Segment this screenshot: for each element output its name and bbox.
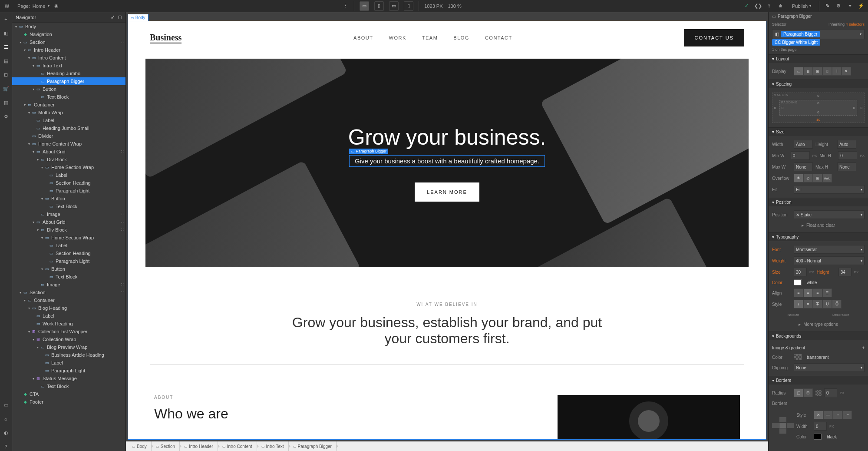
class-chip[interactable]: Paragraph Bigger: [781, 31, 820, 37]
tree-row[interactable]: ▭Work Heading: [12, 320, 125, 328]
minw-input[interactable]: [791, 151, 810, 160]
tree-pin-icon[interactable]: ∷: [121, 40, 124, 44]
breadcrumb-item[interactable]: ▭ Body: [128, 441, 152, 451]
settings-icon[interactable]: ⚙: [2, 112, 10, 121]
tree-row[interactable]: ▭Section Heading: [12, 249, 125, 257]
search-icon[interactable]: ⌕: [2, 415, 10, 423]
more-type-options[interactable]: ▸ More type options: [772, 319, 865, 329]
tree-pin-icon[interactable]: ∷: [121, 212, 124, 216]
minh-input[interactable]: [838, 151, 857, 160]
breadcrumb-item[interactable]: ▭ Intro Content: [218, 441, 257, 451]
class-combo-chip[interactable]: CC Bigger White Light: [772, 39, 820, 46]
tree-row[interactable]: ▭Text Block: [12, 93, 125, 101]
bg-color-swatch[interactable]: [794, 354, 802, 360]
tree-row[interactable]: ▭Text Block: [12, 202, 125, 210]
tree-row[interactable]: ▾▭Container: [12, 101, 125, 109]
cms-icon[interactable]: ⊞: [2, 70, 10, 79]
tree-row[interactable]: ▾▭Div Block∷: [12, 226, 125, 234]
canvas-body-label[interactable]: ▭ Body: [128, 14, 149, 21]
add-element-icon[interactable]: +: [2, 15, 10, 23]
radius-mode-buttons[interactable]: ▢⊞: [794, 388, 813, 397]
tree-row[interactable]: ▭Paragraph Light: [12, 257, 125, 265]
text-color-swatch[interactable]: [794, 279, 802, 285]
selector-field[interactable]: ◧ Paragraph Bigger ▾: [772, 29, 865, 39]
layout-section-head[interactable]: ▾ Layout: [769, 55, 868, 63]
brush-tab-icon[interactable]: ✎: [824, 3, 831, 10]
webflow-logo-icon[interactable]: W: [3, 2, 11, 10]
typography-section-head[interactable]: ▾ Typography: [769, 233, 868, 241]
border-side-selector[interactable]: [772, 417, 794, 434]
tree-row[interactable]: ▾▭Blog Heading: [12, 304, 125, 312]
tree-row[interactable]: ◆Navigation: [12, 30, 125, 38]
tree-row[interactable]: ▾⊞Collection Wrap: [12, 335, 125, 343]
breadcrumb-item[interactable]: ▭ Section: [152, 441, 180, 451]
tree-row[interactable]: ▾▭About Grid∷: [12, 148, 125, 156]
nav-link[interactable]: CONTACT: [485, 35, 512, 40]
tree-row[interactable]: ▾▭Container: [12, 296, 125, 304]
style-manager-tab-icon[interactable]: ✦: [846, 3, 853, 10]
interactions-tab-icon[interactable]: ⚡: [858, 3, 865, 10]
about-image[interactable]: [558, 395, 740, 440]
breadcrumb-item[interactable]: ▭ Intro Header: [180, 441, 218, 451]
desktop-view-button[interactable]: ▭: [360, 1, 369, 11]
position-section-head[interactable]: ▾ Position: [769, 198, 868, 206]
navigator-icon[interactable]: ☰: [2, 43, 10, 51]
tree-row[interactable]: ▭Image∷: [12, 281, 125, 289]
tablet-view-button[interactable]: ▯: [374, 1, 384, 11]
export-icon[interactable]: ⇪: [766, 3, 773, 10]
settings-tab-icon[interactable]: ⚙: [835, 3, 842, 10]
tree-row[interactable]: ▾⊞Collection List Wrapper: [12, 328, 125, 335]
radius-input[interactable]: [824, 388, 837, 397]
clip-select[interactable]: None▾: [794, 363, 865, 372]
height-input[interactable]: [837, 140, 856, 149]
breadcrumb-item[interactable]: ▭ Paragraph Bigger: [289, 441, 337, 451]
tree-row[interactable]: ▾▭Intro Content: [12, 54, 125, 62]
tree-pin-icon[interactable]: ∷: [121, 149, 124, 154]
tree-row[interactable]: ▭Label: [12, 242, 125, 249]
tree-row[interactable]: ▾▭Button: [12, 265, 125, 273]
help-icon[interactable]: ?: [2, 442, 10, 451]
tree-row[interactable]: ▭Text Block: [12, 273, 125, 281]
tree-row[interactable]: ▾▭Home Section Wrap: [12, 163, 125, 171]
width-input[interactable]: [794, 140, 813, 149]
audit-icon[interactable]: ◐: [2, 428, 10, 437]
overflow-buttons[interactable]: 👁⊘⊞Auto: [794, 174, 832, 182]
selected-element-outline[interactable]: ▭ Paragraph Bigger Give your business a …: [349, 155, 545, 167]
tree-row[interactable]: ▭Label: [12, 312, 125, 320]
maxw-input[interactable]: [794, 162, 813, 171]
position-select[interactable]: ✕ Static▾: [794, 210, 865, 219]
tree-pin-icon[interactable]: ∷: [121, 282, 124, 287]
tree-pin-icon[interactable]: ∷: [121, 220, 124, 224]
fit-select[interactable]: Fill▾: [794, 185, 865, 194]
tree-row[interactable]: ▭Divider: [12, 132, 125, 140]
tree-row[interactable]: ▾▭Home Content Wrap: [12, 140, 125, 148]
tree-row[interactable]: ▾▭Intro Header: [12, 46, 125, 54]
tree-row[interactable]: ▾▭Blog Preview Wrap: [12, 343, 125, 351]
status-ok-icon[interactable]: ✓: [743, 3, 750, 10]
tree-row[interactable]: ▭Heading Jumbo Small: [12, 124, 125, 132]
believe-heading[interactable]: Grow your business, establish your brand…: [291, 315, 604, 347]
display-buttons[interactable]: ▭⫼⊞▯Ⅰ✕: [794, 67, 851, 76]
tree-row[interactable]: ▾▭Home Section Wrap: [12, 234, 125, 242]
tree-row[interactable]: ▭Paragraph Bigger: [12, 77, 125, 85]
borders-section-head[interactable]: ▾ Borders: [769, 376, 868, 385]
tree-row[interactable]: ▾▭Div Block: [12, 156, 125, 163]
nav-link[interactable]: ABOUT: [353, 35, 373, 40]
preview-icon[interactable]: ◉: [53, 3, 60, 10]
tree-row[interactable]: ▭Paragraph Light: [12, 367, 125, 375]
font-size-input[interactable]: [794, 268, 807, 276]
tree-row[interactable]: ▾⊞Status Message: [12, 375, 125, 382]
tree-row[interactable]: ◆CTA: [12, 390, 125, 398]
nav-link[interactable]: TEAM: [422, 35, 438, 40]
learn-more-button[interactable]: LEARN MORE: [415, 182, 479, 202]
border-style-buttons[interactable]: ✕—┄⋯: [814, 411, 852, 419]
about-label[interactable]: ABOUT: [154, 395, 540, 400]
symbols-icon[interactable]: ◧: [2, 29, 10, 37]
pin-icon[interactable]: ⊓: [118, 14, 122, 20]
tree-row[interactable]: ◆Footer: [12, 398, 125, 406]
tree-row[interactable]: ▾▭About Grid∷: [12, 218, 125, 226]
menu-dots-icon[interactable]: ⋮: [342, 3, 349, 10]
nav-link[interactable]: WORK: [389, 35, 406, 40]
font-select[interactable]: Montserrat▾: [794, 245, 865, 254]
breadcrumb-item[interactable]: ▭ Intro Text: [257, 441, 289, 451]
